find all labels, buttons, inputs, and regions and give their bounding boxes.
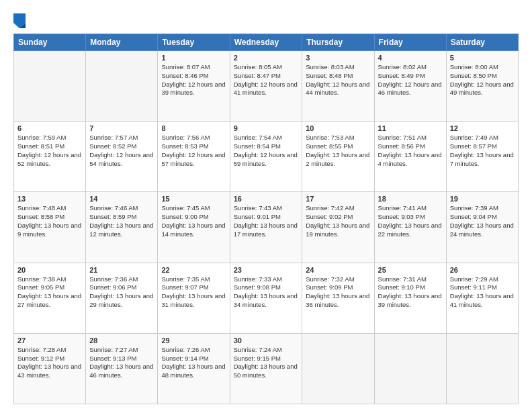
calendar-cell bbox=[374, 333, 446, 404]
calendar-cell: 12Sunrise: 7:49 AMSunset: 8:57 PMDayligh… bbox=[446, 122, 518, 192]
day-info: Sunrise: 7:53 AMSunset: 8:55 PMDaylight:… bbox=[306, 134, 370, 168]
day-number: 11 bbox=[378, 124, 443, 132]
calendar-cell: 13Sunrise: 7:48 AMSunset: 8:58 PMDayligh… bbox=[14, 192, 86, 263]
calendar-week-row: 1Sunrise: 8:07 AMSunset: 8:46 PMDaylight… bbox=[14, 51, 519, 122]
calendar-cell: 22Sunrise: 7:35 AMSunset: 9:07 PMDayligh… bbox=[158, 263, 230, 333]
day-info: Sunrise: 8:07 AMSunset: 8:46 PMDaylight:… bbox=[161, 63, 226, 97]
day-info: Sunrise: 7:45 AMSunset: 9:00 PMDaylight:… bbox=[161, 204, 226, 238]
calendar-week-row: 27Sunrise: 7:28 AMSunset: 9:12 PMDayligh… bbox=[14, 333, 519, 404]
day-info: Sunrise: 7:33 AMSunset: 9:08 PMDaylight:… bbox=[234, 275, 299, 310]
calendar-cell: 18Sunrise: 7:41 AMSunset: 9:03 PMDayligh… bbox=[374, 192, 446, 263]
day-number: 9 bbox=[234, 124, 299, 132]
day-info: Sunrise: 7:26 AMSunset: 9:14 PMDaylight:… bbox=[161, 346, 226, 380]
day-number: 30 bbox=[234, 336, 299, 345]
header bbox=[13, 12, 519, 28]
calendar-cell: 15Sunrise: 7:45 AMSunset: 9:00 PMDayligh… bbox=[158, 192, 230, 263]
calendar-header: SundayMondayTuesdayWednesdayThursdayFrid… bbox=[14, 34, 519, 51]
day-number: 10 bbox=[306, 124, 370, 132]
calendar-cell: 24Sunrise: 7:32 AMSunset: 9:09 PMDayligh… bbox=[302, 263, 374, 333]
page: SundayMondayTuesdayWednesdayThursdayFrid… bbox=[0, 0, 532, 411]
weekday-header: Monday bbox=[86, 34, 158, 51]
calendar-body: 1Sunrise: 8:07 AMSunset: 8:46 PMDaylight… bbox=[14, 51, 519, 404]
weekday-header: Friday bbox=[374, 34, 446, 51]
day-number: 4 bbox=[378, 54, 443, 62]
day-info: Sunrise: 7:46 AMSunset: 8:59 PMDaylight:… bbox=[89, 204, 154, 238]
calendar-cell: 27Sunrise: 7:28 AMSunset: 9:12 PMDayligh… bbox=[14, 333, 86, 404]
day-info: Sunrise: 7:28 AMSunset: 9:12 PMDaylight:… bbox=[17, 346, 82, 380]
calendar-cell: 20Sunrise: 7:38 AMSunset: 9:05 PMDayligh… bbox=[14, 263, 86, 333]
day-info: Sunrise: 8:05 AMSunset: 8:47 PMDaylight:… bbox=[234, 63, 299, 97]
day-info: Sunrise: 7:38 AMSunset: 9:05 PMDaylight:… bbox=[17, 275, 82, 310]
day-info: Sunrise: 7:24 AMSunset: 9:15 PMDaylight:… bbox=[234, 346, 299, 380]
day-number: 22 bbox=[161, 266, 226, 274]
day-number: 12 bbox=[450, 124, 515, 132]
calendar-cell: 23Sunrise: 7:33 AMSunset: 9:08 PMDayligh… bbox=[230, 263, 302, 333]
day-number: 20 bbox=[17, 266, 82, 274]
calendar-cell: 3Sunrise: 8:03 AMSunset: 8:48 PMDaylight… bbox=[302, 51, 374, 122]
calendar-cell: 6Sunrise: 7:59 AMSunset: 8:51 PMDaylight… bbox=[14, 122, 86, 192]
day-info: Sunrise: 7:29 AMSunset: 9:11 PMDaylight:… bbox=[450, 275, 515, 310]
day-number: 1 bbox=[161, 54, 226, 62]
day-info: Sunrise: 7:36 AMSunset: 9:06 PMDaylight:… bbox=[89, 275, 154, 310]
day-info: Sunrise: 7:43 AMSunset: 9:01 PMDaylight:… bbox=[234, 204, 299, 238]
day-info: Sunrise: 7:59 AMSunset: 8:51 PMDaylight:… bbox=[17, 134, 82, 168]
calendar-cell: 19Sunrise: 7:39 AMSunset: 9:04 PMDayligh… bbox=[446, 192, 518, 263]
calendar-cell: 29Sunrise: 7:26 AMSunset: 9:14 PMDayligh… bbox=[158, 333, 230, 404]
day-info: Sunrise: 8:02 AMSunset: 8:49 PMDaylight:… bbox=[378, 63, 443, 97]
calendar-cell: 17Sunrise: 7:42 AMSunset: 9:02 PMDayligh… bbox=[302, 192, 374, 263]
weekday-header: Wednesday bbox=[230, 34, 302, 51]
calendar-cell: 21Sunrise: 7:36 AMSunset: 9:06 PMDayligh… bbox=[86, 263, 158, 333]
calendar-cell bbox=[302, 333, 374, 404]
day-number: 3 bbox=[306, 54, 370, 62]
day-number: 2 bbox=[234, 54, 299, 62]
day-info: Sunrise: 7:32 AMSunset: 9:09 PMDaylight:… bbox=[306, 275, 370, 310]
calendar-cell: 30Sunrise: 7:24 AMSunset: 9:15 PMDayligh… bbox=[230, 333, 302, 404]
day-info: Sunrise: 8:03 AMSunset: 8:48 PMDaylight:… bbox=[306, 63, 370, 97]
day-info: Sunrise: 7:39 AMSunset: 9:04 PMDaylight:… bbox=[450, 204, 515, 238]
weekday-header: Tuesday bbox=[158, 34, 230, 51]
calendar-cell: 14Sunrise: 7:46 AMSunset: 8:59 PMDayligh… bbox=[86, 192, 158, 263]
day-info: Sunrise: 7:48 AMSunset: 8:58 PMDaylight:… bbox=[17, 204, 82, 238]
day-number: 25 bbox=[378, 266, 443, 274]
calendar-cell bbox=[14, 51, 86, 122]
day-info: Sunrise: 7:49 AMSunset: 8:57 PMDaylight:… bbox=[450, 134, 515, 168]
day-number: 21 bbox=[89, 266, 154, 274]
day-number: 19 bbox=[450, 195, 515, 203]
weekday-header: Thursday bbox=[302, 34, 374, 51]
calendar-cell: 2Sunrise: 8:05 AMSunset: 8:47 PMDaylight… bbox=[230, 51, 302, 122]
calendar-cell: 16Sunrise: 7:43 AMSunset: 9:01 PMDayligh… bbox=[230, 192, 302, 263]
day-info: Sunrise: 7:35 AMSunset: 9:07 PMDaylight:… bbox=[161, 275, 226, 310]
day-info: Sunrise: 7:27 AMSunset: 9:13 PMDaylight:… bbox=[89, 346, 154, 380]
calendar-cell bbox=[446, 333, 518, 404]
calendar-cell: 25Sunrise: 7:31 AMSunset: 9:10 PMDayligh… bbox=[374, 263, 446, 333]
calendar-week-row: 6Sunrise: 7:59 AMSunset: 8:51 PMDaylight… bbox=[14, 122, 519, 192]
day-number: 13 bbox=[17, 195, 82, 203]
day-info: Sunrise: 7:42 AMSunset: 9:02 PMDaylight:… bbox=[306, 204, 370, 238]
calendar-cell: 5Sunrise: 8:00 AMSunset: 8:50 PMDaylight… bbox=[446, 51, 518, 122]
weekday-header: Saturday bbox=[446, 34, 518, 51]
calendar-cell: 7Sunrise: 7:57 AMSunset: 8:52 PMDaylight… bbox=[86, 122, 158, 192]
day-number: 15 bbox=[161, 195, 226, 203]
calendar-cell: 1Sunrise: 8:07 AMSunset: 8:46 PMDaylight… bbox=[158, 51, 230, 122]
day-number: 28 bbox=[89, 336, 154, 345]
day-number: 14 bbox=[89, 195, 154, 203]
day-number: 27 bbox=[17, 336, 82, 345]
calendar-cell: 8Sunrise: 7:56 AMSunset: 8:53 PMDaylight… bbox=[158, 122, 230, 192]
day-number: 29 bbox=[161, 336, 226, 345]
logo bbox=[13, 12, 28, 28]
day-number: 24 bbox=[306, 266, 370, 274]
day-number: 18 bbox=[378, 195, 443, 203]
day-number: 6 bbox=[17, 124, 82, 132]
calendar-cell bbox=[86, 51, 158, 122]
calendar-cell: 26Sunrise: 7:29 AMSunset: 9:11 PMDayligh… bbox=[446, 263, 518, 333]
calendar-week-row: 13Sunrise: 7:48 AMSunset: 8:58 PMDayligh… bbox=[14, 192, 519, 263]
weekday-header: Sunday bbox=[14, 34, 86, 51]
calendar: SundayMondayTuesdayWednesdayThursdayFrid… bbox=[13, 34, 519, 404]
header-row: SundayMondayTuesdayWednesdayThursdayFrid… bbox=[14, 34, 519, 51]
calendar-cell: 10Sunrise: 7:53 AMSunset: 8:55 PMDayligh… bbox=[302, 122, 374, 192]
calendar-week-row: 20Sunrise: 7:38 AMSunset: 9:05 PMDayligh… bbox=[14, 263, 519, 333]
day-number: 26 bbox=[450, 266, 515, 274]
day-info: Sunrise: 7:51 AMSunset: 8:56 PMDaylight:… bbox=[378, 134, 443, 168]
day-info: Sunrise: 7:56 AMSunset: 8:53 PMDaylight:… bbox=[161, 134, 226, 168]
logo-icon bbox=[13, 13, 26, 28]
